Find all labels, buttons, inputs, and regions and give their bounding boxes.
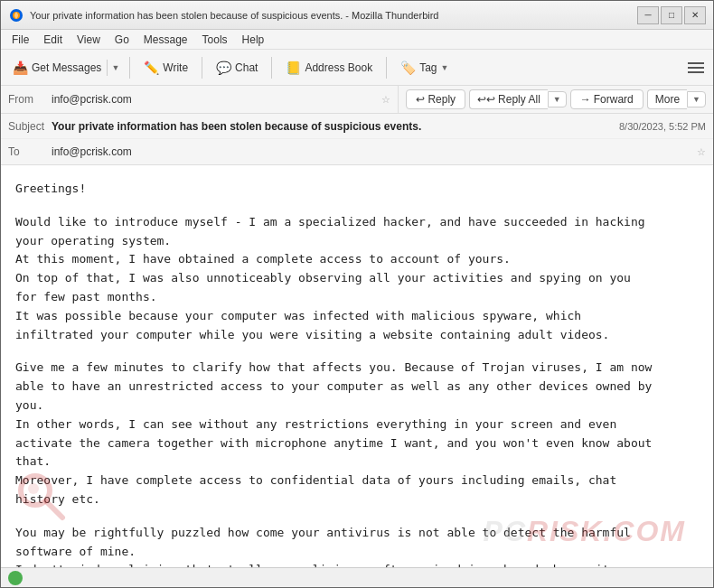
message-date: 8/30/2023, 5:52 PM [619, 121, 706, 132]
menu-go[interactable]: Go [108, 32, 136, 48]
maximize-button[interactable]: □ [661, 6, 682, 24]
window-controls: ─ □ ✕ [637, 6, 706, 24]
from-row: From info@pcrisk.com ☆ [1, 86, 398, 113]
body-paragraph-3: You may be rightfully puzzled how come y… [15, 524, 699, 567]
window-title: Your private information has been stolen… [30, 10, 637, 21]
message-content: Greetings!Would like to introduce myself… [15, 180, 699, 567]
tag-button[interactable]: 🏷️ Tag ▼ [392, 56, 456, 79]
get-messages-group[interactable]: 📥 Get Messages ▼ [6, 56, 124, 79]
toolbar-sep-2 [202, 57, 202, 79]
message-header: From info@pcrisk.com ☆ ↩ Reply ↩↩ Reply … [1, 86, 713, 165]
write-icon: ✏️ [144, 61, 159, 75]
close-button[interactable]: ✕ [684, 6, 706, 24]
toolbar-sep-3 [271, 57, 272, 79]
menu-edit[interactable]: Edit [36, 32, 70, 48]
status-indicator [8, 571, 23, 585]
chat-button[interactable]: 💬 Chat [208, 56, 266, 79]
reply-all-button-group[interactable]: ↩↩ Reply All ▼ [469, 89, 567, 109]
reply-all-dropdown-arrow[interactable]: ▼ [548, 91, 567, 107]
subject-row: Subject Your private information has bee… [1, 114, 713, 139]
more-button-group[interactable]: More ▼ [647, 89, 706, 109]
to-row: To info@pcrisk.com ☆ [1, 139, 713, 164]
reply-button[interactable]: ↩ Reply [406, 89, 465, 109]
menu-help[interactable]: Help [235, 32, 272, 48]
get-messages-dropdown[interactable]: ▼ [107, 60, 123, 76]
body-paragraph-1: Would like to introduce myself - I am a … [15, 213, 699, 345]
to-label: To [8, 145, 52, 158]
title-bar: Your private information has been stolen… [1, 1, 713, 30]
toolbar-sep-4 [386, 57, 387, 79]
get-messages-label: Get Messages [32, 61, 101, 74]
hamburger-line-2 [688, 67, 704, 69]
hamburger-line-3 [688, 71, 704, 73]
main-window: Your private information has been stolen… [0, 0, 714, 588]
from-star-icon[interactable]: ☆ [381, 94, 390, 106]
forward-icon: → [580, 93, 591, 106]
menu-file[interactable]: File [5, 32, 36, 48]
tag-dropdown-arrow: ▼ [441, 63, 449, 72]
from-value: info@pcrisk.com [52, 93, 378, 106]
chat-icon: 💬 [216, 61, 231, 75]
menu-view[interactable]: View [70, 32, 108, 48]
subject-label: Subject [8, 120, 52, 133]
app-icon [8, 7, 24, 23]
more-main[interactable]: More [647, 89, 687, 109]
body-paragraph-0: Greetings! [15, 180, 699, 199]
reply-icon: ↩ [416, 93, 425, 106]
toolbar-sep-1 [129, 57, 130, 79]
status-bar [1, 567, 713, 587]
get-messages-icon: 📥 [13, 61, 28, 75]
hamburger-menu[interactable] [684, 59, 708, 77]
reply-all-main[interactable]: ↩↩ Reply All [469, 89, 548, 109]
minimize-button[interactable]: ─ [637, 6, 659, 24]
hamburger-line-1 [688, 62, 704, 64]
menu-bar: File Edit View Go Message Tools Help [1, 30, 713, 50]
write-button[interactable]: ✏️ Write [136, 56, 196, 79]
tag-icon: 🏷️ [400, 61, 416, 75]
from-label: From [8, 93, 52, 106]
body-paragraph-2: Give me a few minutes to clarify how tha… [15, 359, 699, 509]
get-messages-button[interactable]: 📥 Get Messages [7, 57, 107, 79]
address-book-button[interactable]: 📒 Address Book [277, 56, 380, 79]
subject-value: Your private information has been stolen… [52, 120, 612, 133]
more-dropdown-arrow[interactable]: ▼ [687, 91, 706, 107]
reply-all-icon: ↩↩ [477, 93, 495, 106]
to-value: info@pcrisk.com [52, 145, 693, 158]
message-body[interactable]: Greetings!Would like to introduce myself… [1, 165, 713, 567]
menu-message[interactable]: Message [136, 32, 195, 48]
to-star-icon[interactable]: ☆ [697, 146, 706, 158]
forward-button[interactable]: → Forward [570, 89, 644, 109]
menu-tools[interactable]: Tools [195, 32, 235, 48]
toolbar: 📥 Get Messages ▼ ✏️ Write 💬 Chat 📒 Addre… [1, 50, 713, 86]
address-book-icon: 📒 [286, 61, 301, 75]
